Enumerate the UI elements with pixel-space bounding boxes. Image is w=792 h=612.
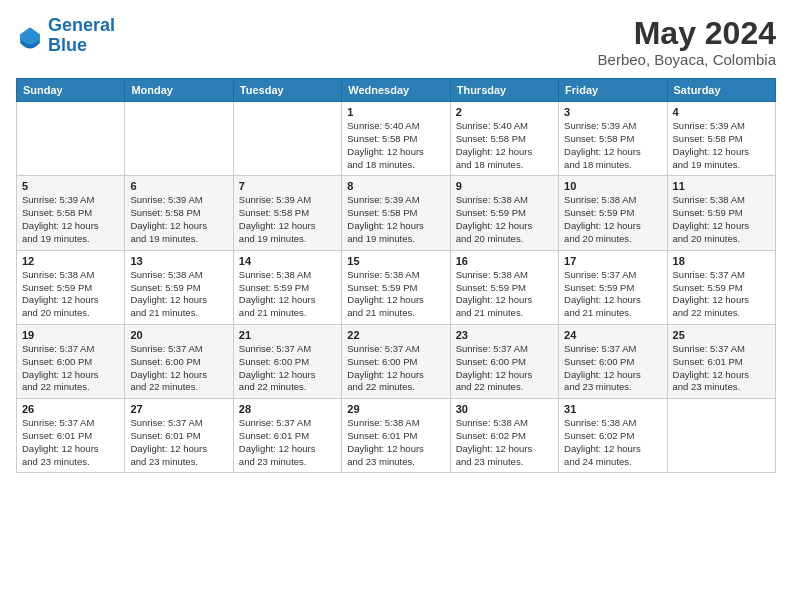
day-number: 29: [347, 403, 444, 415]
calendar-cell: 6Sunrise: 5:39 AM Sunset: 5:58 PM Daylig…: [125, 176, 233, 250]
weekday-row: Sunday Monday Tuesday Wednesday Thursday…: [17, 79, 776, 102]
calendar-cell: 25Sunrise: 5:37 AM Sunset: 6:01 PM Dayli…: [667, 324, 775, 398]
day-number: 9: [456, 180, 553, 192]
calendar-cell: 30Sunrise: 5:38 AM Sunset: 6:02 PM Dayli…: [450, 399, 558, 473]
day-number: 5: [22, 180, 119, 192]
day-number: 6: [130, 180, 227, 192]
day-info: Sunrise: 5:37 AM Sunset: 6:01 PM Dayligh…: [673, 343, 770, 394]
calendar-cell: 14Sunrise: 5:38 AM Sunset: 5:59 PM Dayli…: [233, 250, 341, 324]
calendar-cell: 31Sunrise: 5:38 AM Sunset: 6:02 PM Dayli…: [559, 399, 667, 473]
day-info: Sunrise: 5:37 AM Sunset: 6:00 PM Dayligh…: [239, 343, 336, 394]
day-number: 31: [564, 403, 661, 415]
logo-icon: [16, 22, 44, 50]
day-number: 30: [456, 403, 553, 415]
calendar-cell: 1Sunrise: 5:40 AM Sunset: 5:58 PM Daylig…: [342, 102, 450, 176]
col-monday: Monday: [125, 79, 233, 102]
day-number: 20: [130, 329, 227, 341]
calendar-cell: 13Sunrise: 5:38 AM Sunset: 5:59 PM Dayli…: [125, 250, 233, 324]
day-number: 1: [347, 106, 444, 118]
col-tuesday: Tuesday: [233, 79, 341, 102]
day-number: 12: [22, 255, 119, 267]
day-number: 13: [130, 255, 227, 267]
day-info: Sunrise: 5:38 AM Sunset: 5:59 PM Dayligh…: [564, 194, 661, 245]
calendar-cell: 8Sunrise: 5:39 AM Sunset: 5:58 PM Daylig…: [342, 176, 450, 250]
col-saturday: Saturday: [667, 79, 775, 102]
day-number: 24: [564, 329, 661, 341]
calendar-cell: 22Sunrise: 5:37 AM Sunset: 6:00 PM Dayli…: [342, 324, 450, 398]
calendar-cell: 26Sunrise: 5:37 AM Sunset: 6:01 PM Dayli…: [17, 399, 125, 473]
day-info: Sunrise: 5:37 AM Sunset: 6:00 PM Dayligh…: [22, 343, 119, 394]
day-number: 19: [22, 329, 119, 341]
calendar-cell: 3Sunrise: 5:39 AM Sunset: 5:58 PM Daylig…: [559, 102, 667, 176]
day-number: 10: [564, 180, 661, 192]
day-info: Sunrise: 5:37 AM Sunset: 6:00 PM Dayligh…: [456, 343, 553, 394]
day-info: Sunrise: 5:38 AM Sunset: 5:59 PM Dayligh…: [456, 269, 553, 320]
day-info: Sunrise: 5:40 AM Sunset: 5:58 PM Dayligh…: [347, 120, 444, 171]
calendar-cell: 4Sunrise: 5:39 AM Sunset: 5:58 PM Daylig…: [667, 102, 775, 176]
day-number: 21: [239, 329, 336, 341]
logo-line1: General: [48, 15, 115, 35]
day-number: 17: [564, 255, 661, 267]
month-title: May 2024: [598, 16, 776, 51]
calendar-cell: 10Sunrise: 5:38 AM Sunset: 5:59 PM Dayli…: [559, 176, 667, 250]
calendar-cell: 11Sunrise: 5:38 AM Sunset: 5:59 PM Dayli…: [667, 176, 775, 250]
day-info: Sunrise: 5:38 AM Sunset: 5:59 PM Dayligh…: [130, 269, 227, 320]
day-info: Sunrise: 5:39 AM Sunset: 5:58 PM Dayligh…: [347, 194, 444, 245]
day-number: 27: [130, 403, 227, 415]
day-number: 23: [456, 329, 553, 341]
day-number: 14: [239, 255, 336, 267]
day-info: Sunrise: 5:37 AM Sunset: 6:01 PM Dayligh…: [239, 417, 336, 468]
calendar-cell: 27Sunrise: 5:37 AM Sunset: 6:01 PM Dayli…: [125, 399, 233, 473]
day-info: Sunrise: 5:39 AM Sunset: 5:58 PM Dayligh…: [673, 120, 770, 171]
day-info: Sunrise: 5:39 AM Sunset: 5:58 PM Dayligh…: [564, 120, 661, 171]
day-info: Sunrise: 5:37 AM Sunset: 6:00 PM Dayligh…: [130, 343, 227, 394]
calendar-cell: 7Sunrise: 5:39 AM Sunset: 5:58 PM Daylig…: [233, 176, 341, 250]
day-number: 15: [347, 255, 444, 267]
calendar-cell: 29Sunrise: 5:38 AM Sunset: 6:01 PM Dayli…: [342, 399, 450, 473]
day-number: 7: [239, 180, 336, 192]
calendar-cell: 16Sunrise: 5:38 AM Sunset: 5:59 PM Dayli…: [450, 250, 558, 324]
day-info: Sunrise: 5:37 AM Sunset: 6:00 PM Dayligh…: [564, 343, 661, 394]
logo-text: General Blue: [48, 16, 115, 56]
day-info: Sunrise: 5:38 AM Sunset: 5:59 PM Dayligh…: [347, 269, 444, 320]
calendar-cell: 12Sunrise: 5:38 AM Sunset: 5:59 PM Dayli…: [17, 250, 125, 324]
calendar-cell: 18Sunrise: 5:37 AM Sunset: 5:59 PM Dayli…: [667, 250, 775, 324]
day-number: 4: [673, 106, 770, 118]
day-info: Sunrise: 5:38 AM Sunset: 6:01 PM Dayligh…: [347, 417, 444, 468]
calendar-week-1: 5Sunrise: 5:39 AM Sunset: 5:58 PM Daylig…: [17, 176, 776, 250]
calendar-cell: [125, 102, 233, 176]
calendar-week-3: 19Sunrise: 5:37 AM Sunset: 6:00 PM Dayli…: [17, 324, 776, 398]
day-info: Sunrise: 5:38 AM Sunset: 6:02 PM Dayligh…: [456, 417, 553, 468]
day-info: Sunrise: 5:37 AM Sunset: 5:59 PM Dayligh…: [673, 269, 770, 320]
calendar-cell: 9Sunrise: 5:38 AM Sunset: 5:59 PM Daylig…: [450, 176, 558, 250]
day-info: Sunrise: 5:38 AM Sunset: 5:59 PM Dayligh…: [22, 269, 119, 320]
day-number: 25: [673, 329, 770, 341]
calendar-cell: 5Sunrise: 5:39 AM Sunset: 5:58 PM Daylig…: [17, 176, 125, 250]
calendar-header: Sunday Monday Tuesday Wednesday Thursday…: [17, 79, 776, 102]
col-friday: Friday: [559, 79, 667, 102]
calendar-cell: 28Sunrise: 5:37 AM Sunset: 6:01 PM Dayli…: [233, 399, 341, 473]
calendar-cell: 19Sunrise: 5:37 AM Sunset: 6:00 PM Dayli…: [17, 324, 125, 398]
day-info: Sunrise: 5:39 AM Sunset: 5:58 PM Dayligh…: [239, 194, 336, 245]
calendar-cell: 24Sunrise: 5:37 AM Sunset: 6:00 PM Dayli…: [559, 324, 667, 398]
day-info: Sunrise: 5:40 AM Sunset: 5:58 PM Dayligh…: [456, 120, 553, 171]
page: General Blue May 2024 Berbeo, Boyaca, Co…: [0, 0, 792, 612]
day-number: 22: [347, 329, 444, 341]
col-thursday: Thursday: [450, 79, 558, 102]
day-number: 16: [456, 255, 553, 267]
calendar-week-2: 12Sunrise: 5:38 AM Sunset: 5:59 PM Dayli…: [17, 250, 776, 324]
calendar: Sunday Monday Tuesday Wednesday Thursday…: [16, 78, 776, 473]
calendar-cell: [17, 102, 125, 176]
calendar-week-4: 26Sunrise: 5:37 AM Sunset: 6:01 PM Dayli…: [17, 399, 776, 473]
day-info: Sunrise: 5:38 AM Sunset: 5:59 PM Dayligh…: [456, 194, 553, 245]
header: General Blue May 2024 Berbeo, Boyaca, Co…: [16, 16, 776, 68]
calendar-cell: [667, 399, 775, 473]
calendar-cell: 2Sunrise: 5:40 AM Sunset: 5:58 PM Daylig…: [450, 102, 558, 176]
day-number: 2: [456, 106, 553, 118]
calendar-body: 1Sunrise: 5:40 AM Sunset: 5:58 PM Daylig…: [17, 102, 776, 473]
day-info: Sunrise: 5:37 AM Sunset: 6:01 PM Dayligh…: [130, 417, 227, 468]
day-number: 18: [673, 255, 770, 267]
day-number: 8: [347, 180, 444, 192]
day-number: 28: [239, 403, 336, 415]
calendar-week-0: 1Sunrise: 5:40 AM Sunset: 5:58 PM Daylig…: [17, 102, 776, 176]
